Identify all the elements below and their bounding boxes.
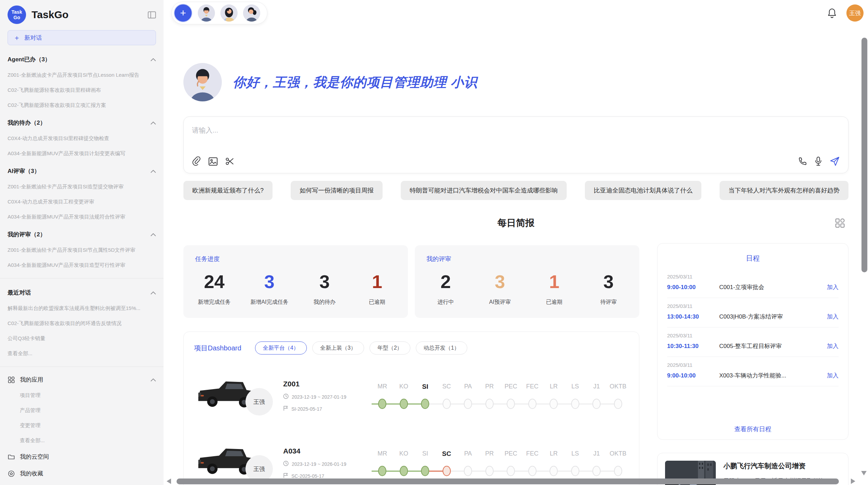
milestone-dot: [443, 466, 451, 476]
composer-input[interactable]: 请输入...: [192, 126, 840, 135]
suggestion-chip[interactable]: 当下年轻人对汽车外观有怎样的喜好趋势: [720, 181, 848, 200]
milestone-dot: [614, 399, 622, 409]
sidebar-section: Agent已办（3） Z001-全新燃油皮卡产品开发项目SI节点Lesson L…: [8, 55, 156, 109]
send-button[interactable]: [830, 156, 840, 167]
join-link[interactable]: 加入: [827, 313, 839, 321]
sidebar-section-header[interactable]: 最近对话: [8, 289, 156, 297]
suggestion-chip[interactable]: 如何写一份清晰的项目周报: [291, 181, 383, 200]
dashboard-tab[interactable]: 全新上装（3）: [312, 341, 364, 355]
suggestion-chip[interactable]: 特朗普可能对进口汽车增税会对中国车企造成哪些影响: [401, 181, 567, 200]
stat-value: 3: [483, 271, 516, 292]
project-image: 王强: [194, 370, 283, 422]
stat-value: 1: [361, 271, 394, 292]
dashboard-tab[interactable]: 年型（2）: [370, 341, 410, 355]
news-title: 小鹏飞行汽车制造公司增资: [723, 461, 824, 471]
voice-call-button[interactable]: [798, 157, 807, 167]
image-button[interactable]: [208, 157, 218, 167]
sidebar-item[interactable]: Z001-全新燃油轻卡产品开发项目SI节点属性5D文件评审: [8, 247, 156, 253]
sidebar-item-my-apps[interactable]: 我的应用: [8, 376, 156, 384]
sidebar-section-header[interactable]: Agent已办（3）: [8, 55, 156, 63]
sidebar-app-item[interactable]: 变更管理: [20, 422, 156, 429]
sidebar-item-cloud-space[interactable]: 我的云空间: [8, 453, 156, 461]
folder-icon: [8, 454, 15, 460]
microphone-button[interactable]: [815, 157, 822, 167]
scissors-icon: [225, 157, 234, 167]
sidebar-section-header[interactable]: 我的评审（2）: [8, 231, 156, 238]
sidebar-item-favorites[interactable]: 我的收藏: [8, 470, 156, 477]
avatar-2[interactable]: [220, 4, 238, 22]
milestone: PA: [457, 383, 479, 409]
project-row[interactable]: 王强 A034 2023-12-19 ~ 2026-01-19: [194, 437, 629, 485]
milestone-dot: [464, 399, 472, 409]
sidebar-item[interactable]: A034-全新新能源MUV产品开发项目造型可行性评审: [8, 262, 156, 269]
logo-line1: Task: [12, 9, 22, 15]
sidebar-section-items: Z001-全新燃油皮卡产品开发项目SI节点Lesson Learn报告C02-飞…: [8, 72, 156, 109]
project-row[interactable]: 王强 Z001 2023-12-19 ~ 2027-01-19: [194, 370, 629, 422]
new-chat-button[interactable]: ＋ 新对话: [8, 30, 156, 45]
layout-grid-icon[interactable]: [834, 217, 846, 229]
view-all-schedule-link[interactable]: 查看所有日程: [667, 420, 839, 436]
sidebar-app-item[interactable]: 项目管理: [20, 392, 156, 399]
milestone-label: J1: [593, 450, 600, 459]
vertical-scrollbar[interactable]: [861, 38, 867, 272]
join-link[interactable]: 加入: [827, 342, 839, 350]
sidebar-item[interactable]: 解释最新出台的欧盟报废车法规再生塑料比例被调至15%...: [8, 305, 156, 312]
dashboard-tab[interactable]: 全新平台（4）: [255, 341, 307, 355]
project-image: 王强: [194, 437, 283, 485]
avatar-1[interactable]: [198, 4, 215, 22]
sidebar-item[interactable]: A034-全新新能源MUV产品开发项目计划变更表编写: [8, 150, 156, 157]
sidebar-item[interactable]: C0X4-动力总成开发项目工程变更评审: [8, 199, 156, 205]
scroll-left-arrow[interactable]: [167, 478, 171, 484]
sidebar-section-title: Agent已办（3）: [8, 55, 51, 63]
sidebar-item[interactable]: C02-飞腾新能源轻客改款项目里程碑画布: [8, 87, 156, 94]
horizontal-scrollbar[interactable]: [177, 478, 839, 484]
sidebar-item[interactable]: C02-飞腾新能源轻客改款项目的闭环通告反馈情况: [8, 320, 156, 327]
milestone: SC: [436, 383, 458, 409]
milestone-dot: [528, 466, 537, 476]
milestone: LR: [543, 383, 565, 409]
schedule-event-title: C003|H0B-方案冻结评审: [719, 313, 827, 321]
sidebar-section-header[interactable]: 我的待办（2）: [8, 119, 156, 127]
sidebar-collapse-icon[interactable]: [148, 11, 156, 18]
add-conversation-button[interactable]: +: [174, 4, 192, 22]
sidebar-item[interactable]: Z001-全新燃油皮卡产品开发项目SI节点Lesson Learn报告: [8, 72, 156, 78]
join-link[interactable]: 加入: [827, 283, 839, 291]
project-dates: 2023-12-19 ~ 2027-01-19: [292, 394, 346, 400]
notification-bell-icon[interactable]: [827, 8, 837, 18]
sidebar-item[interactable]: A034-全新新能源MUV产品开发项目法规符合性评审: [8, 214, 156, 220]
milestone-label: PR: [485, 450, 494, 459]
sidebar-item[interactable]: Z001-全新燃油轻卡产品开发项目SI造型提交物评审: [8, 184, 156, 190]
sidebar-app-item[interactable]: 产品管理: [20, 407, 156, 414]
divider: [0, 278, 164, 278]
milestone: MR: [372, 383, 393, 409]
avatar-3[interactable]: [243, 4, 260, 22]
milestone-label: MR: [377, 383, 387, 392]
scissors-button[interactable]: [225, 157, 234, 167]
sidebar-section-header[interactable]: AI评审（3）: [8, 167, 156, 175]
milestone: LS: [565, 383, 586, 409]
grid-icon: [8, 376, 15, 383]
schedule-event-title: C005-整车工程目标评审: [719, 342, 827, 350]
sidebar-item[interactable]: C02-飞腾新能源轻客改款项目立项汇报方案: [8, 102, 156, 109]
schedule-event-title: C001-立项审批会: [719, 283, 827, 291]
stat-cards: 任务进度 24 新增完成任务 3 新增AI完成任务 3 我的待办: [183, 245, 639, 318]
sidebar-item[interactable]: C0X4-动力总成开发项目SI里程碑提交物检查: [8, 135, 156, 142]
schedule-card: 日程 2025/03/11 9:00-10:00 C001-立项审批会 加入 2…: [657, 243, 848, 440]
scroll-down-arrow[interactable]: [861, 471, 867, 475]
sidebar-app-item[interactable]: 查看全部...: [20, 437, 156, 444]
milestone-label: PEC: [505, 383, 517, 392]
sidebar-item[interactable]: 公司Q3轻卡销量: [8, 335, 156, 342]
chevron-up-icon: [150, 57, 156, 63]
dashboard-tab[interactable]: 动总开发（1）: [416, 341, 468, 355]
new-chat-label: 新对话: [24, 34, 42, 42]
join-link[interactable]: 加入: [827, 372, 839, 380]
scroll-right-arrow[interactable]: [851, 478, 855, 484]
phone-icon: [798, 157, 807, 167]
attach-button[interactable]: [192, 157, 201, 167]
suggestion-chip[interactable]: 欧洲新规最近颁布了什么?: [183, 181, 273, 200]
schedule-item: 2025/03/11 13:00-14:30 C003|H0B-方案冻结评审 加…: [667, 298, 839, 327]
sidebar-item[interactable]: 查看全部...: [8, 350, 156, 357]
user-avatar[interactable]: 王强: [846, 4, 864, 22]
milestone: J1: [586, 383, 607, 409]
suggestion-chip[interactable]: 比亚迪全固态电池计划具体说了什么: [585, 181, 701, 200]
